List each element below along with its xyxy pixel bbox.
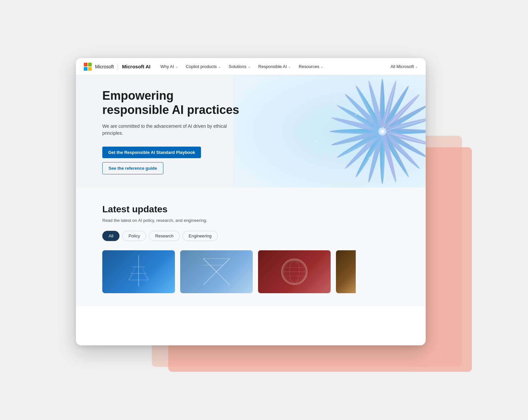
svg-point-32	[355, 115, 356, 116]
chevron-down-icon: ⌄	[320, 65, 323, 68]
svg-line-41	[129, 273, 134, 280]
hero-subtitle: We are committed to the advancement of A…	[102, 123, 242, 137]
logo-square-red	[84, 63, 87, 66]
hero-title: Empowering responsible AI practices	[102, 88, 242, 117]
updates-subtitle: Read the latest on AI policy, research, …	[102, 218, 399, 223]
logo-square-green	[88, 63, 92, 66]
card-inner-2	[180, 250, 253, 293]
nav-responsible-ai[interactable]: Responsible AI ⌄	[255, 62, 294, 71]
chevron-down-icon: ⌄	[175, 65, 178, 68]
playbook-button[interactable]: Get the Responsible AI Standard Playbook	[102, 147, 201, 158]
tower-illustration	[125, 254, 152, 290]
hero-content: Empowering responsible AI practices We a…	[76, 75, 268, 188]
svg-point-30	[380, 129, 384, 133]
chevron-down-icon: ⌄	[415, 65, 418, 68]
navbar: Microsoft Microsoft AI Why AI ⌄ Copilot …	[76, 58, 426, 75]
filter-research[interactable]: Research	[149, 231, 180, 241]
browser-window: Microsoft Microsoft AI Why AI ⌄ Copilot …	[76, 58, 426, 345]
svg-line-45	[203, 272, 216, 285]
svg-point-34	[369, 158, 370, 158]
brand-logo-area[interactable]: Microsoft	[84, 63, 114, 71]
article-card-2[interactable]	[180, 250, 253, 293]
svg-line-42	[144, 273, 148, 280]
logo-square-blue	[84, 67, 87, 71]
filter-all[interactable]: All	[102, 231, 119, 241]
card-inner-3	[258, 250, 331, 293]
globe-illustration	[280, 257, 309, 287]
logo-square-yellow	[88, 67, 92, 71]
all-microsoft-link[interactable]: All Microsoft ⌄	[390, 64, 418, 69]
filter-tabs: All Policy Research Engineering	[102, 231, 399, 241]
chevron-down-icon: ⌄	[288, 65, 291, 68]
product-name: Microsoft AI	[122, 64, 150, 69]
updates-section: Latest updates Read the latest on AI pol…	[76, 188, 426, 306]
structure-illustration	[200, 255, 233, 288]
article-card-3[interactable]	[258, 250, 331, 293]
reference-guide-button[interactable]: See the reference guide	[102, 162, 163, 174]
svg-point-31	[336, 101, 337, 102]
microsoft-brand-text: Microsoft	[95, 64, 114, 69]
hero-section: Empowering responsible AI practices We a…	[76, 75, 426, 188]
chevron-down-icon: ⌄	[218, 65, 221, 68]
nav-resources[interactable]: Resources ⌄	[295, 62, 326, 71]
article-card-4-partial[interactable]	[336, 250, 356, 293]
nav-copilot-products[interactable]: Copilot products ⌄	[182, 62, 224, 71]
updates-title: Latest updates	[102, 204, 399, 215]
nav-why-ai[interactable]: Why AI ⌄	[157, 62, 181, 71]
nav-links: Why AI ⌄ Copilot products ⌄ Solutions ⌄ …	[157, 62, 327, 71]
svg-point-33	[316, 141, 317, 142]
card-inner-1	[102, 250, 175, 293]
article-cards	[102, 250, 399, 293]
svg-line-46	[216, 272, 230, 285]
filter-policy[interactable]: Policy	[122, 231, 146, 241]
nav-right: All Microsoft ⌄	[390, 64, 418, 69]
nav-divider	[118, 63, 118, 70]
hero-buttons: Get the Responsible AI Standard Playbook…	[102, 147, 242, 174]
nav-solutions[interactable]: Solutions ⌄	[225, 62, 253, 71]
filter-engineering[interactable]: Engineering	[182, 231, 218, 241]
article-card-1[interactable]	[102, 250, 175, 293]
microsoft-logo	[84, 63, 92, 71]
chevron-down-icon: ⌄	[248, 65, 250, 68]
